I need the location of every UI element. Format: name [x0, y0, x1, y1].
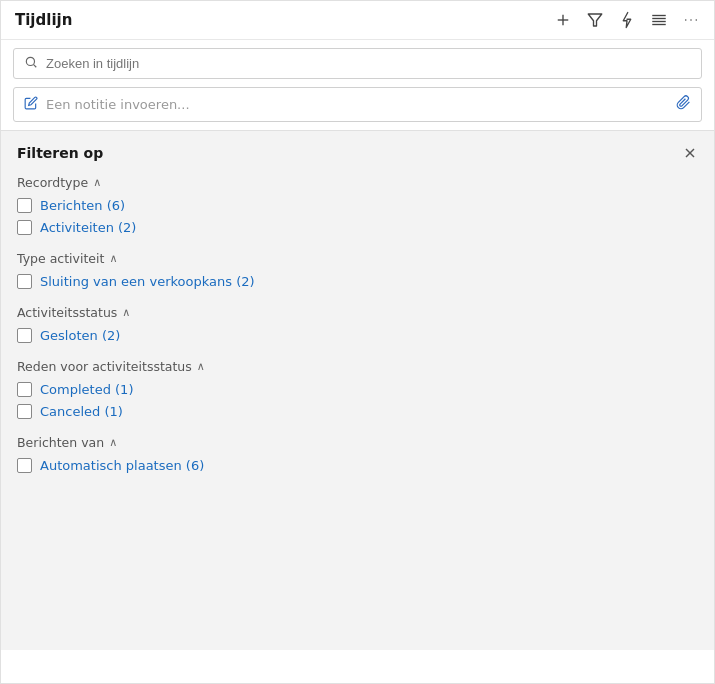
section-label-activiteitsstatus: Activiteitsstatus ∧ [17, 305, 698, 320]
filter-panel: Filteren op Recordtype ∧ Berichten (6) [1, 130, 714, 650]
section-label-recordtype: Recordtype ∧ [17, 175, 698, 190]
checkbox-label-completed[interactable]: Completed (1) [40, 382, 133, 397]
section-berichtenvan: Berichten van ∧ Automatisch plaatsen (6) [17, 435, 698, 473]
note-bar: Een notitie invoeren... [13, 87, 702, 122]
section-label-text-activiteitsstatus: Activiteitsstatus [17, 305, 117, 320]
section-recordtype: Recordtype ∧ Berichten (6) Activiteiten … [17, 175, 698, 235]
chevron-up-icon-typeactiviteit: ∧ [109, 252, 117, 265]
pencil-icon [24, 96, 38, 113]
section-label-typeactiviteit: Type activiteit ∧ [17, 251, 698, 266]
checkbox-sluiting[interactable] [17, 274, 32, 289]
note-placeholder[interactable]: Een notitie invoeren... [46, 97, 676, 112]
sort-svg [650, 11, 668, 29]
lightning-icon[interactable] [618, 11, 636, 29]
checkbox-berichten[interactable] [17, 198, 32, 213]
checkbox-row-activiteiten: Activiteiten (2) [17, 220, 698, 235]
checkbox-label-canceled[interactable]: Canceled (1) [40, 404, 123, 419]
checkbox-row-automatisch: Automatisch plaatsen (6) [17, 458, 698, 473]
checkbox-label-sluiting[interactable]: Sluiting van een verkoopkans (2) [40, 274, 255, 289]
svg-line-11 [34, 65, 37, 68]
checkbox-label-automatisch[interactable]: Automatisch plaatsen (6) [40, 458, 204, 473]
plus-svg [554, 11, 572, 29]
sort-icon[interactable] [650, 11, 668, 29]
checkbox-row-canceled: Canceled (1) [17, 404, 698, 419]
checkbox-automatisch[interactable] [17, 458, 32, 473]
close-button[interactable] [682, 145, 698, 161]
section-label-redenactiviteitsstatus: Reden voor activiteitsstatus ∧ [17, 359, 698, 374]
checkbox-label-berichten[interactable]: Berichten (6) [40, 198, 125, 213]
checkbox-label-activiteiten[interactable]: Activiteiten (2) [40, 220, 136, 235]
page-title: Tijdlijn [15, 11, 72, 29]
chevron-up-icon-recordtype: ∧ [93, 176, 101, 189]
lightning-svg [618, 11, 636, 29]
section-redenactiviteitsstatus: Reden voor activiteitsstatus ∧ Completed… [17, 359, 698, 419]
section-label-text-typeactiviteit: Type activiteit [17, 251, 104, 266]
filter-header: Filteren op [17, 145, 698, 161]
attach-icon[interactable] [676, 95, 691, 114]
svg-point-9 [696, 19, 698, 21]
filter-title: Filteren op [17, 145, 103, 161]
checkbox-activiteiten[interactable] [17, 220, 32, 235]
checkbox-completed[interactable] [17, 382, 32, 397]
svg-point-8 [690, 19, 692, 21]
checkbox-row-berichten: Berichten (6) [17, 198, 698, 213]
svg-marker-2 [588, 14, 602, 26]
add-icon[interactable] [554, 11, 572, 29]
checkbox-row-gesloten: Gesloten (2) [17, 328, 698, 343]
chevron-up-icon-berichtenvan: ∧ [109, 436, 117, 449]
filter-icon[interactable] [586, 11, 604, 29]
header-icons [554, 11, 700, 29]
search-icon [24, 55, 38, 72]
checkbox-row-completed: Completed (1) [17, 382, 698, 397]
filter-svg [586, 11, 604, 29]
header: Tijdlijn [1, 1, 714, 40]
section-label-text-berichtenvan: Berichten van [17, 435, 104, 450]
section-typeactiviteit: Type activiteit ∧ Sluiting van een verko… [17, 251, 698, 289]
checkbox-row-sluiting: Sluiting van een verkoopkans (2) [17, 274, 698, 289]
checkbox-label-gesloten[interactable]: Gesloten (2) [40, 328, 120, 343]
search-input[interactable] [46, 56, 691, 71]
svg-point-7 [685, 19, 687, 21]
checkbox-gesloten[interactable] [17, 328, 32, 343]
section-label-text-redenactiviteitsstatus: Reden voor activiteitsstatus [17, 359, 192, 374]
chevron-up-icon-redenactiviteitsstatus: ∧ [197, 360, 205, 373]
section-label-berichtenvan: Berichten van ∧ [17, 435, 698, 450]
section-label-text-recordtype: Recordtype [17, 175, 88, 190]
search-bar [13, 48, 702, 79]
main-container: Tijdlijn [0, 0, 715, 684]
section-activiteitsstatus: Activiteitsstatus ∧ Gesloten (2) [17, 305, 698, 343]
svg-point-10 [26, 57, 34, 65]
chevron-up-icon-activiteitsstatus: ∧ [122, 306, 130, 319]
checkbox-canceled[interactable] [17, 404, 32, 419]
more-icon[interactable] [682, 11, 700, 29]
more-svg [682, 11, 700, 29]
